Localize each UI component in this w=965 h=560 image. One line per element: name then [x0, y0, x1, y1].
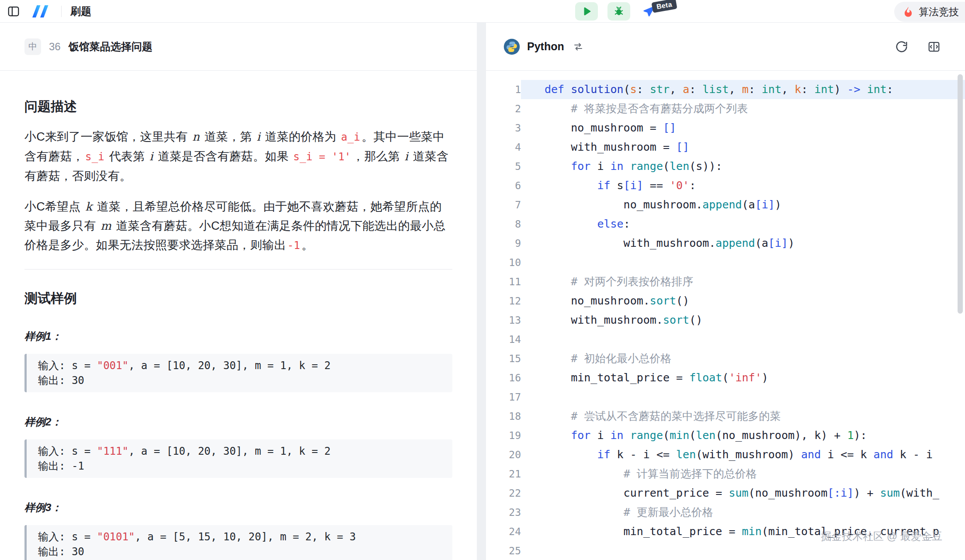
code-editor[interactable]: 1def solution(s: str, a: list, m: int, k…	[486, 71, 965, 560]
problem-number: 36	[49, 41, 61, 53]
code-text: if k - i <= len(with_mushroom) and i <= …	[521, 445, 965, 464]
code-text: with_mushroom.append(a[i])	[521, 234, 965, 253]
code-line[interactable]: 15 # 初始化最小总价格	[489, 349, 965, 368]
difficulty-badge: 中	[24, 38, 41, 55]
code-text	[521, 541, 965, 560]
topbar-divider	[61, 6, 62, 17]
line-number: 21	[489, 464, 521, 484]
editor-scrollbar[interactable]	[958, 74, 963, 314]
sample-label: 样例3：	[24, 501, 452, 515]
code-text: # 初始化最小总价格	[521, 349, 965, 368]
sample-code-block: 输入: s = "0101", a = [5, 15, 10, 20], m =…	[24, 525, 452, 560]
python-icon	[503, 38, 520, 55]
code-text: with_mushroom = []	[521, 138, 965, 157]
code-line[interactable]: 20 if k - i <= len(with_mushroom) and i …	[489, 445, 965, 464]
line-number: 2	[489, 99, 521, 118]
problem-header: 中 36 饭馆菜品选择问题	[0, 23, 477, 71]
sample-label: 样例1：	[24, 329, 452, 343]
line-number: 5	[489, 157, 521, 176]
line-number: 24	[489, 522, 521, 541]
sample-line: 输出: 30	[38, 544, 441, 559]
code-text: min_total_price = float('inf')	[521, 368, 965, 387]
line-number: 8	[489, 214, 521, 234]
run-button[interactable]	[575, 2, 598, 21]
code-text: # 更新最小总价格	[521, 503, 965, 522]
line-number: 6	[489, 176, 521, 195]
code-line[interactable]: 5 for i in range(len(s)):	[489, 157, 965, 176]
line-number: 7	[489, 195, 521, 214]
code-line[interactable]: 21 # 计算当前选择下的总价格	[489, 464, 965, 484]
line-number: 11	[489, 272, 521, 291]
main-split: 中 36 饭馆菜品选择问题 问题描述 小C来到了一家饭馆，这里共有 n 道菜，第…	[0, 23, 965, 560]
code-line[interactable]: 6 if s[i] == '0':	[489, 176, 965, 195]
code-line[interactable]: 19 for i in range(min(len(no_mushroom), …	[489, 426, 965, 445]
code-text	[521, 253, 965, 272]
watermark: 掘金技术社区 @ 最爱金豆	[821, 529, 942, 543]
editor-header: Python	[486, 23, 965, 71]
problem-paragraph: 小C来到了一家饭馆，这里共有 n 道菜，第 i 道菜的价格为 a_i。其中一些菜…	[24, 127, 452, 186]
code-line[interactable]: 4 with_mushroom = []	[489, 138, 965, 157]
code-text: # 计算当前选择下的总价格	[521, 464, 965, 484]
code-line[interactable]: 13 with_mushroom.sort()	[489, 311, 965, 330]
code-line[interactable]: 7 no_mushroom.append(a[i])	[489, 195, 965, 214]
line-number: 22	[489, 484, 521, 503]
play-icon	[581, 6, 592, 17]
panel-toggle-icon	[7, 5, 20, 18]
problem-body[interactable]: 问题描述 小C来到了一家饭馆，这里共有 n 道菜，第 i 道菜的价格为 a_i。…	[0, 71, 477, 560]
contest-pill[interactable]: 算法竞技	[894, 2, 965, 22]
code-text: for i in range(min(len(no_mushroom), k) …	[521, 426, 965, 445]
section-heading-description: 问题描述	[24, 98, 452, 116]
sample-line: 输入: s = "001", a = [10, 20, 30], m = 1, …	[38, 358, 441, 373]
code-line[interactable]: 10	[489, 253, 965, 272]
line-number: 10	[489, 253, 521, 272]
line-number: 9	[489, 234, 521, 253]
line-number: 25	[489, 541, 521, 560]
code-text	[521, 330, 965, 349]
line-number: 16	[489, 368, 521, 387]
app-title: 刷题	[70, 4, 91, 18]
line-number: 3	[489, 118, 521, 138]
code-line[interactable]: 25	[489, 541, 965, 560]
section-heading-samples: 测试样例	[24, 290, 452, 308]
samples-list: 样例1：输入: s = "001", a = [10, 20, 30], m =…	[24, 329, 452, 560]
code-line[interactable]: 9 with_mushroom.append(a[i])	[489, 234, 965, 253]
flame-icon	[902, 6, 914, 18]
editor-panel: Python 1def solution(s: str, a: list, m:…	[486, 23, 965, 560]
problem-title: 饭馆菜品选择问题	[69, 40, 153, 54]
code-line[interactable]: 14	[489, 330, 965, 349]
problem-description: 小C来到了一家饭馆，这里共有 n 道菜，第 i 道菜的价格为 a_i。其中一些菜…	[24, 127, 452, 255]
reset-code-icon[interactable]	[895, 40, 908, 53]
line-number: 15	[489, 349, 521, 368]
code-text: if s[i] == '0':	[521, 176, 965, 195]
code-line[interactable]: 11 # 对两个列表按价格排序	[489, 272, 965, 291]
code-line[interactable]: 2 # 将菜按是否含有蘑菇分成两个列表	[489, 99, 965, 118]
code-line[interactable]: 23 # 更新最小总价格	[489, 503, 965, 522]
line-number: 13	[489, 311, 521, 330]
sample-code-block: 输入: s = "111", a = [10, 20, 30], m = 1, …	[24, 439, 452, 478]
code-line[interactable]: 18 # 尝试从不含蘑菇的菜中选择尽可能多的菜	[489, 407, 965, 426]
language-switch-icon[interactable]	[573, 41, 583, 52]
code-line[interactable]: 12 no_mushroom.sort()	[489, 291, 965, 311]
code-line[interactable]: 22 current_price = sum(no_mushroom[:i]) …	[489, 484, 965, 503]
sample-label: 样例2：	[24, 415, 452, 429]
code-line[interactable]: 3 no_mushroom = []	[489, 118, 965, 138]
code-text: def solution(s: str, a: list, m: int, k:…	[521, 80, 965, 99]
split-view-icon[interactable]	[927, 40, 941, 53]
code-text: no_mushroom = []	[521, 118, 965, 138]
code-line[interactable]: 17	[489, 387, 965, 407]
code-text: for i in range(len(s)):	[521, 157, 965, 176]
sample-line: 输入: s = "111", a = [10, 20, 30], m = 1, …	[38, 444, 441, 459]
beta-badge: Beta	[651, 0, 677, 13]
contest-pill-label: 算法竞技	[919, 5, 959, 19]
language-label: Python	[527, 40, 564, 53]
line-number: 20	[489, 445, 521, 464]
code-line[interactable]: 1def solution(s: str, a: list, m: int, k…	[489, 80, 965, 99]
code-line[interactable]: 16 min_total_price = float('inf')	[489, 368, 965, 387]
panel-resize-divider[interactable]	[477, 23, 486, 560]
code-text: with_mushroom.sort()	[521, 311, 965, 330]
line-number: 14	[489, 330, 521, 349]
line-number: 18	[489, 407, 521, 426]
sidebar-toggle-button[interactable]	[7, 5, 20, 18]
code-line[interactable]: 8 else:	[489, 214, 965, 234]
debug-button[interactable]	[607, 2, 630, 21]
